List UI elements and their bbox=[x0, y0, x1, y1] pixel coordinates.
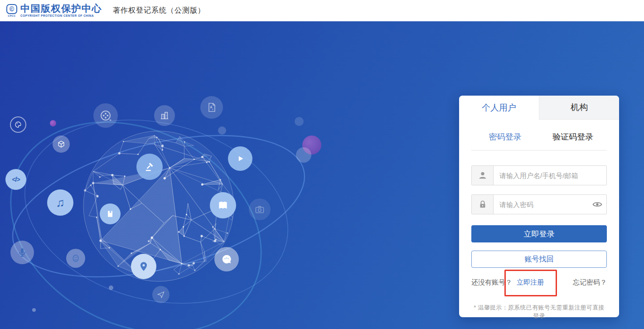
film-icon bbox=[93, 103, 118, 128]
chat-icon bbox=[214, 247, 239, 271]
forgot-password-link[interactable]: 忘记密码？ bbox=[573, 278, 607, 287]
tiny-dot-1 bbox=[32, 308, 36, 312]
code-icon: </> bbox=[5, 169, 26, 190]
login-form: 立即登录 账号找回 还没有账号？ 立即注册 忘记密码？ * 温馨提示：原系统已有… bbox=[459, 150, 619, 320]
camera-icon bbox=[249, 198, 271, 220]
tab-organization[interactable]: 机构 bbox=[539, 96, 619, 120]
music-glyph: ♫ bbox=[56, 196, 65, 210]
gavel-icon bbox=[136, 154, 163, 180]
cpcc-logo: © CPCC 中国版权保护中心 COPYRIGHT PROTECTION CEN… bbox=[6, 4, 102, 17]
small-dot bbox=[218, 126, 226, 135]
document-icon bbox=[200, 96, 223, 119]
purple-dot bbox=[50, 120, 56, 126]
toggle-password-visibility-eye-icon[interactable] bbox=[588, 195, 606, 214]
subtab-password-login[interactable]: 密码登录 bbox=[471, 131, 539, 142]
open-book-icon bbox=[210, 192, 236, 218]
logo-acronym: CPCC bbox=[8, 15, 16, 17]
globe-illustration bbox=[0, 21, 344, 329]
account-recovery-button[interactable]: 账号找回 bbox=[471, 251, 607, 268]
lock-icon bbox=[472, 195, 494, 214]
building-icon bbox=[154, 105, 175, 126]
tip-text: * 温馨提示：原系统已有账号无需重新注册可直接登录 bbox=[471, 304, 607, 320]
password-input[interactable] bbox=[494, 195, 588, 214]
login-button[interactable]: 立即登录 bbox=[471, 225, 607, 242]
faded-dot bbox=[295, 117, 304, 126]
location-pin-icon bbox=[131, 254, 156, 279]
user-icon bbox=[472, 166, 494, 185]
page: © CPCC 中国版权保护中心 COPYRIGHT PROTECTION CEN… bbox=[0, 0, 644, 329]
username-input[interactable] bbox=[494, 166, 606, 185]
logo-name-cn: 中国版权保护中心 bbox=[20, 4, 102, 13]
paper-plane-icon bbox=[152, 286, 169, 303]
blue-bubble bbox=[296, 147, 311, 163]
music-icon: ♫ bbox=[47, 189, 73, 216]
microphone-icon bbox=[10, 241, 34, 264]
tab-personal-user[interactable]: 个人用户 bbox=[459, 96, 539, 120]
copyright-symbol: © bbox=[6, 4, 17, 14]
system-title: 著作权登记系统（公测版） bbox=[113, 6, 205, 15]
copyright-logo-icon: © CPCC bbox=[6, 4, 17, 17]
subtab-code-login[interactable]: 验证码登录 bbox=[539, 131, 607, 142]
logo-name-en: COPYRIGHT PROTECTION CENTER OF CHINA bbox=[20, 15, 102, 17]
no-account-label: 还没有账号？ bbox=[471, 278, 512, 287]
register-link[interactable]: 立即注册 bbox=[517, 278, 544, 287]
links-row: 还没有账号？ 立即注册 忘记密码？ bbox=[471, 278, 607, 287]
play-icon bbox=[228, 146, 252, 171]
palette-icon bbox=[10, 116, 26, 133]
tiny-dot-2 bbox=[109, 285, 113, 290]
login-mode-tabs: 密码登录 验证码登录 bbox=[459, 120, 619, 142]
mask-icon bbox=[66, 249, 85, 268]
cube-icon bbox=[53, 135, 70, 153]
login-panel: 个人用户 机构 密码登录 验证码登录 bbox=[459, 96, 619, 317]
user-type-tabs: 个人用户 机构 bbox=[459, 96, 619, 120]
code-glyph: </> bbox=[12, 176, 19, 183]
notebook-icon bbox=[100, 203, 121, 224]
top-header: © CPCC 中国版权保护中心 COPYRIGHT PROTECTION CEN… bbox=[0, 0, 644, 21]
username-row bbox=[471, 165, 607, 185]
password-row bbox=[471, 194, 607, 214]
